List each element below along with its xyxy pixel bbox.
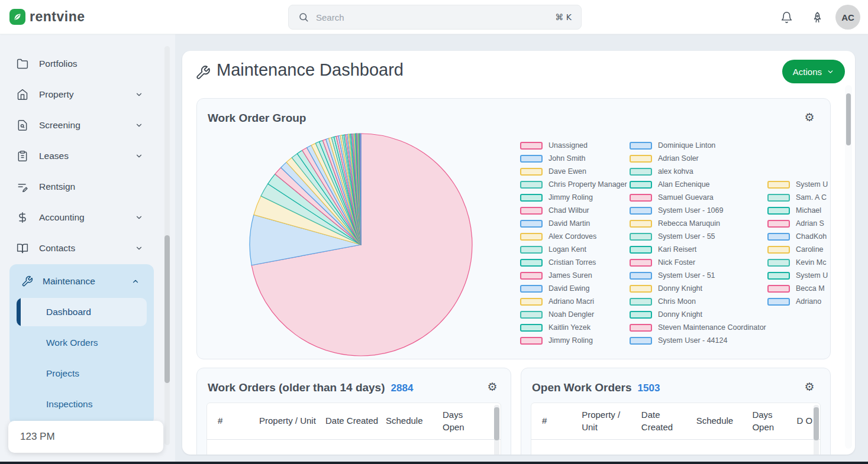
legend-item[interactable]: alex kohva	[630, 165, 766, 178]
sidebar-subitem-inspections[interactable]: Inspections	[17, 389, 147, 420]
legend-item[interactable]: Alan Echenique	[630, 178, 766, 191]
legend-swatch	[630, 259, 652, 267]
legend-item[interactable]: Adriano	[767, 295, 830, 308]
table-scrollbar-track[interactable]	[494, 405, 499, 455]
legend-item[interactable]: System U	[767, 269, 830, 282]
legend-item[interactable]: Jimmy Roling	[520, 191, 628, 204]
user-avatar[interactable]: AC	[835, 5, 860, 30]
legend-label: David Ewing	[548, 284, 589, 293]
column-header: Date Created	[325, 415, 386, 427]
legend-item[interactable]: Alex Cordoves	[520, 230, 628, 243]
gear-icon[interactable]: ⚙	[801, 378, 818, 395]
main-scrollbar-track[interactable]	[845, 85, 852, 449]
clock-widget: 123 PM	[8, 421, 163, 453]
sidebar-subitem-work-orders[interactable]: Work Orders	[17, 327, 147, 358]
legend-item[interactable]: John Smith	[520, 152, 628, 165]
legend-label: Chad Wilbur	[548, 206, 589, 215]
panel-title: Open Work Orders1503	[532, 381, 660, 394]
notifications-button[interactable]	[777, 8, 796, 27]
chevron-down-icon	[135, 90, 143, 99]
column-header: Schedule	[386, 415, 443, 427]
sidebar-item-accounting[interactable]: Accounting	[0, 202, 175, 233]
legend-item[interactable]: Adrian Soler	[630, 152, 766, 165]
legend-item[interactable]: David Ewing	[520, 282, 628, 295]
legend-item[interactable]: James Suren	[520, 269, 628, 282]
legend-item[interactable]: System User - 44124	[630, 334, 766, 347]
legend-item[interactable]: Steven Maintenance Coordinator	[630, 321, 766, 334]
sidebar-item-rentsign[interactable]: Rentsign	[0, 171, 175, 202]
legend-item[interactable]: Unassigned	[520, 139, 628, 152]
gear-icon[interactable]: ⚙	[483, 378, 501, 395]
sidebar-item-property[interactable]: Property	[0, 79, 175, 110]
legend-item[interactable]: Caroline	[767, 243, 830, 256]
chevron-down-icon	[135, 244, 143, 252]
legend-swatch	[520, 324, 543, 332]
legend-item[interactable]: Dominique Linton	[630, 139, 766, 152]
legend-label: Rebecca Maruquin	[658, 219, 720, 228]
legend-swatch	[630, 246, 652, 254]
open-work-orders-count[interactable]: 1503	[638, 382, 660, 394]
legend-item[interactable]: Donny Knight	[630, 282, 766, 295]
legend-item[interactable]: Kari Reisert	[630, 243, 766, 256]
sidebar-subitem-label: Work Orders	[46, 338, 98, 348]
sidebar-scrollbar-thumb[interactable]	[164, 235, 170, 383]
legend-item[interactable]: Sam. A C	[767, 191, 830, 204]
legend-item[interactable]: Noah Dengler	[520, 308, 628, 321]
rentvine-logo[interactable]: rentvine	[9, 9, 85, 25]
work-orders-older-panel: Work Orders (older than 14 days)2884 ⚙ #…	[196, 368, 511, 455]
sidebar-item-portfolios[interactable]: Portfolios	[0, 48, 175, 79]
legend-item[interactable]: System User - 51	[630, 269, 766, 282]
search-input[interactable]	[316, 12, 548, 22]
legend-label: Dominique Linton	[658, 141, 715, 150]
table-scrollbar-thumb[interactable]	[814, 407, 819, 440]
legend-item[interactable]: Nick Foster	[630, 256, 766, 269]
legend-item[interactable]: System U	[767, 178, 830, 191]
legend-label: Jimmy Roling	[548, 193, 593, 202]
legend-item[interactable]: Jimmy Roling	[520, 334, 628, 347]
legend-item[interactable]: Kevin Mc	[767, 256, 830, 269]
legend-item[interactable]: Cristian Torres	[520, 256, 628, 269]
sidebar-subitem-dashboard[interactable]: Dashboard	[17, 298, 147, 326]
legend-swatch	[630, 298, 652, 306]
folder-icon	[17, 58, 28, 70]
sidebar-subitem-projects[interactable]: Projects	[17, 358, 147, 389]
whats-new-button[interactable]	[808, 8, 827, 27]
legend-item[interactable]: Chris Property Manager	[520, 178, 628, 191]
legend-item[interactable]: Samuel Guevara	[630, 191, 766, 204]
column-header: Property / Unit	[582, 409, 641, 433]
legend-label: Kaitlin Yezek	[548, 323, 591, 332]
work-orders-older-count[interactable]: 2884	[391, 382, 414, 394]
legend-item[interactable]: Donny Knight	[630, 308, 766, 321]
legend-label: Cristian Torres	[548, 258, 596, 267]
legend-label: Michael	[796, 206, 821, 215]
legend-item[interactable]: Adriano Macri	[520, 295, 628, 308]
legend-item[interactable]: Adrian S	[767, 217, 830, 230]
signature-icon	[17, 181, 28, 193]
legend-item[interactable]: Rebecca Maruquin	[630, 217, 766, 230]
sidebar-item-screening[interactable]: Screening	[0, 110, 175, 141]
legend-item[interactable]: David Martin	[520, 217, 628, 230]
table-scrollbar-track[interactable]	[814, 405, 819, 455]
sidebar-scrollbar-track[interactable]	[164, 46, 170, 445]
table-scrollbar-thumb[interactable]	[494, 407, 499, 440]
wrench-icon	[21, 275, 33, 287]
legend-item[interactable]: Dave Ewen	[520, 165, 628, 178]
global-search[interactable]: ⌘ K	[288, 5, 582, 30]
actions-button[interactable]: Actions	[782, 60, 845, 83]
legend-item[interactable]: ChadKoh	[767, 230, 830, 243]
legend-label: System User - 44124	[658, 336, 727, 345]
legend-item[interactable]: Chad Wilbur	[520, 204, 628, 217]
legend-item[interactable]: Becca M	[767, 282, 830, 295]
sidebar-item-maintenance[interactable]: Maintenance	[9, 268, 154, 294]
sidebar-item-contacts[interactable]: Contacts	[0, 233, 175, 264]
legend-item[interactable]: Michael	[767, 204, 830, 217]
main-scrollbar-thumb[interactable]	[846, 93, 851, 145]
legend-item[interactable]: System User - 55	[630, 230, 766, 243]
legend-item[interactable]: Logan Kent	[520, 243, 628, 256]
legend-item[interactable]: System User - 1069	[630, 204, 766, 217]
gear-icon[interactable]: ⚙	[801, 108, 818, 126]
legend-item[interactable]: Chris Moon	[630, 295, 766, 308]
legend-item[interactable]: Kaitlin Yezek	[520, 321, 628, 334]
sidebar-subitem-label: Projects	[46, 368, 79, 379]
sidebar-item-leases[interactable]: Leases	[0, 141, 175, 171]
